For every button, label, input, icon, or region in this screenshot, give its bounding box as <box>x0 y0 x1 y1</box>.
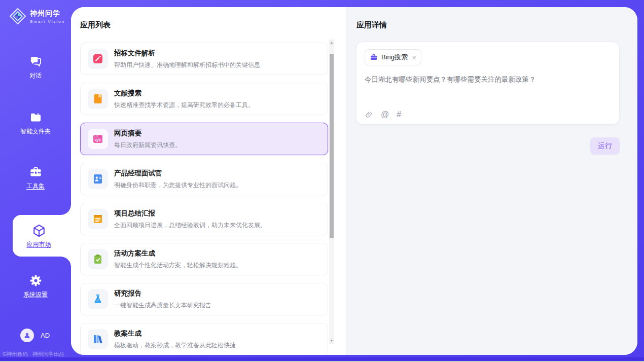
app-title: 研究报告 <box>114 289 211 298</box>
list-item-web-summary[interactable]: 网页摘要 每日政府新闻资讯快查。 <box>80 123 328 155</box>
diamond-logo-icon <box>9 8 26 25</box>
mention-icon[interactable] <box>381 110 389 119</box>
prompt-card: Bing搜索 今日湖北有哪些新闻要点？有哪些需要关注的最新政策？ <box>356 42 620 125</box>
scrollbar[interactable] <box>329 40 334 344</box>
close-icon[interactable] <box>412 54 416 61</box>
sidebar-item-label: 系统设置 <box>23 291 48 299</box>
list-item-pm-interviewer[interactable]: 产品经理面试官 明确身份和职责，为您提供专业性的面试问题。 <box>80 163 328 195</box>
app-detail-panel: 应用详情 Bing搜索 今日湖北有哪些新闻要点？有哪些需要关注的最新政策？ <box>346 7 637 355</box>
brand-logo: 神州问学 Smart Vision <box>9 8 65 25</box>
list-item-literature-search[interactable]: 文献搜索 快速精准查找学术资源，提高研究效率的必备工具。 <box>80 83 328 115</box>
tool-tag-label: Bing搜索 <box>381 53 408 62</box>
folder-icon <box>29 111 43 124</box>
list-item-research-report[interactable]: 研究报告 一键智能生成高质量长文本研究报告 <box>80 283 328 315</box>
query-input[interactable]: 今日湖北有哪些新闻要点？有哪些需要关注的最新政策？ <box>365 75 611 85</box>
app-list-title: 应用列表 <box>80 20 111 30</box>
app-desc: 智能生成个性化活动方案，轻松解决规划难题。 <box>114 261 242 270</box>
sidebar-item-label: 智能文件夹 <box>20 127 51 136</box>
tool-tag-bing-search[interactable]: Bing搜索 <box>365 49 421 65</box>
app-desc: 每日政府新闻资讯快查。 <box>114 141 181 150</box>
scrollbar-thumb[interactable] <box>330 54 334 238</box>
books-icon <box>92 333 104 345</box>
main-content: 应用列表 招标文件解析 帮助用户快速、准确地理解和解析招标书中的关键信息 <box>71 7 637 355</box>
app-title: 文献搜索 <box>114 89 254 98</box>
list-item-project-summary[interactable]: 项目总结汇报 全面回顾项目进展，总结经验教训，助力未来优化发展。 <box>80 203 328 235</box>
app-desc: 一键智能生成高质量长文本研究报告 <box>114 301 211 310</box>
user-account[interactable]: AD <box>0 329 71 342</box>
cube-icon <box>31 223 47 238</box>
scroll-down-icon[interactable] <box>329 338 334 344</box>
app-list-panel: 应用列表 招标文件解析 帮助用户快速、准确地理解和解析招标书中的关键信息 <box>71 7 346 355</box>
sidebar-item-app-market[interactable]: 应用市场 <box>13 215 71 257</box>
gear-icon <box>29 274 43 287</box>
app-desc: 快速精准查找学术资源，提高研究效率的必备工具。 <box>114 101 254 110</box>
attachment-icon[interactable] <box>365 111 373 119</box>
app-desc: 帮助用户快速、准确地理解和解析招标书中的关键信息 <box>114 61 260 69</box>
app-title: 教案生成 <box>114 329 236 338</box>
list-item-lesson-plan[interactable]: 教案生成 模板驱动，教案秒成，教学准备从此轻松快捷 <box>80 323 328 355</box>
sidebar-item-settings[interactable]: 系统设置 <box>0 274 71 299</box>
interviewer-icon <box>92 173 104 185</box>
hashtag-icon[interactable] <box>397 110 401 119</box>
list-item-bid-parse[interactable]: 招标文件解析 帮助用户快速、准确地理解和解析招标书中的关键信息 <box>80 43 328 75</box>
sidebar-item-toolkit[interactable]: 工具集 <box>0 165 71 191</box>
app-title: 网页摘要 <box>114 129 181 138</box>
sidebar-item-smart-folder[interactable]: 智能文件夹 <box>0 111 71 136</box>
tab-curve-top <box>61 205 71 215</box>
app-desc: 全面回顾项目进展，总结经验教训，助力未来优化发展。 <box>114 221 266 230</box>
input-toolbar <box>365 110 401 119</box>
summary-note-icon <box>92 213 104 225</box>
app-list: 招标文件解析 帮助用户快速、准确地理解和解析招标书中的关键信息 文献搜索 快速精… <box>80 43 328 355</box>
sidebar-item-label: 工具集 <box>26 182 45 191</box>
toolbox-icon <box>29 165 43 179</box>
app-title: 产品经理面试官 <box>114 169 242 178</box>
app-title: 招标文件解析 <box>114 49 260 58</box>
tab-curve-bottom <box>61 257 71 267</box>
clipboard-check-icon <box>92 253 104 265</box>
copyright-text: ©神州数码 · 神州问学出品 <box>3 351 64 358</box>
edit-document-icon <box>92 53 104 65</box>
app-detail-title: 应用详情 <box>356 20 387 30</box>
sidebar-item-label: 对话 <box>29 71 42 80</box>
brand-subtitle: Smart Vision <box>30 19 65 24</box>
sidebar-item-label: 应用市场 <box>27 240 51 249</box>
app-desc: 明确身份和职责，为您提供专业性的面试问题。 <box>114 181 242 190</box>
app-title: 活动方案生成 <box>114 249 242 258</box>
brand-name: 神州问学 <box>30 9 65 18</box>
webpage-icon <box>92 133 104 145</box>
chat-icon <box>29 55 43 68</box>
run-row: 运行 <box>356 137 620 155</box>
flask-icon <box>92 293 104 305</box>
sidebar: 神州问学 Smart Vision 对话 智能文件夹 工具集 <box>0 0 71 362</box>
sidebar-item-chat[interactable]: 对话 <box>0 55 71 80</box>
app-title: 项目总结汇报 <box>114 209 266 218</box>
bottom-accent-bar <box>0 357 644 361</box>
user-name: AD <box>41 332 50 339</box>
avatar <box>20 329 34 342</box>
list-item-event-plan[interactable]: 活动方案生成 智能生成个性化活动方案，轻松解决规划难题。 <box>80 243 328 275</box>
app-desc: 模板驱动，教案秒成，教学准备从此轻松快捷 <box>114 341 236 350</box>
scroll-up-icon[interactable] <box>329 40 334 46</box>
briefcase-icon <box>370 53 378 61</box>
run-button[interactable]: 运行 <box>590 137 620 155</box>
book-icon <box>92 93 104 105</box>
person-icon <box>23 331 31 340</box>
